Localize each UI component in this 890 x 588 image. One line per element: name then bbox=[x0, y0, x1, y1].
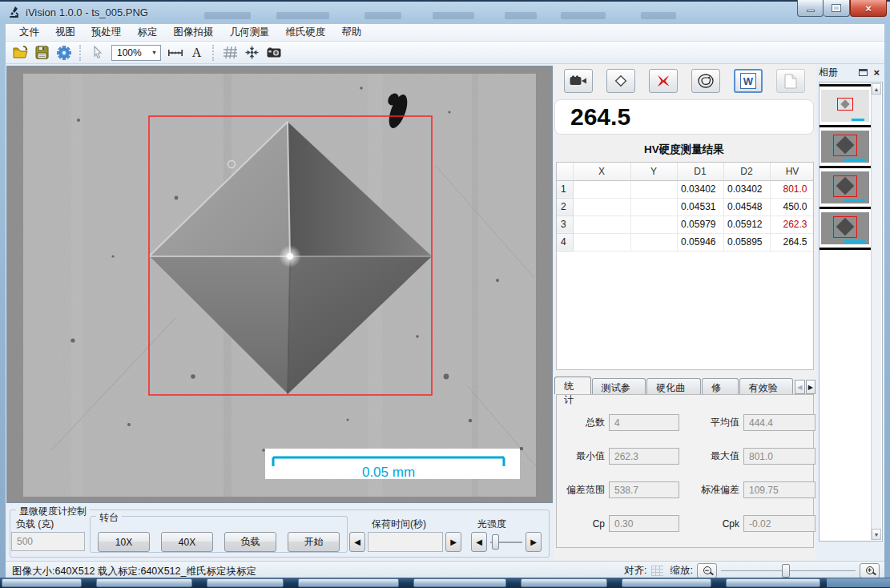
stat-value-input[interactable] bbox=[609, 448, 679, 465]
zoom-slider[interactable] bbox=[721, 563, 856, 578]
turret-button[interactable]: 开始 bbox=[288, 532, 340, 552]
tab-4[interactable]: 修正 bbox=[702, 378, 739, 394]
tab-5[interactable]: 有效验证 bbox=[739, 378, 794, 394]
turret-button[interactable]: 10X bbox=[98, 532, 150, 552]
table-row[interactable]: 30.059790.05912262.3 bbox=[557, 215, 814, 233]
table-row[interactable]: 20.045310.04548450.0 bbox=[557, 198, 814, 215]
results-table[interactable]: XYD1D2HV 10.034020.03402801.020.045310.0… bbox=[556, 162, 814, 370]
settings-gear-button[interactable] bbox=[53, 43, 75, 62]
taskbar-button[interactable] bbox=[96, 578, 192, 587]
column-header[interactable]: HV bbox=[770, 163, 814, 180]
toolbar-separator bbox=[79, 45, 82, 61]
indent-measure-button[interactable] bbox=[606, 69, 635, 93]
taskbar-button[interactable] bbox=[622, 578, 711, 587]
zoom-slider-handle[interactable] bbox=[782, 564, 790, 578]
scroll-down-icon[interactable]: ▼ bbox=[872, 529, 881, 540]
text-tool-button[interactable]: A bbox=[186, 43, 207, 62]
album-thumbnail[interactable] bbox=[820, 209, 871, 250]
maximize-button[interactable] bbox=[824, 0, 850, 17]
clear-all-button[interactable] bbox=[691, 69, 720, 93]
grid-toggle-button[interactable] bbox=[219, 43, 241, 62]
table-row[interactable]: 40.059460.05895264.5 bbox=[557, 233, 814, 251]
menu-item[interactable]: 几何测量 bbox=[223, 24, 277, 41]
image-viewport[interactable]: 0.05 mm bbox=[6, 66, 553, 503]
stat-value-input[interactable] bbox=[609, 515, 679, 532]
center-crosshair-button[interactable] bbox=[241, 43, 263, 62]
table-row[interactable]: 10.034020.03402801.0 bbox=[557, 180, 814, 198]
dwell-increase-button[interactable]: ▶ bbox=[445, 532, 461, 552]
menu-item[interactable]: 维氏硬度 bbox=[279, 24, 333, 41]
export-word-button[interactable]: W bbox=[734, 69, 763, 93]
capture-camera-button[interactable] bbox=[263, 43, 284, 62]
tab-scroll-right-button[interactable]: ▶ bbox=[806, 380, 815, 394]
control-group-title: 显微硬度计控制 bbox=[16, 505, 90, 518]
column-header[interactable]: Y bbox=[630, 163, 677, 180]
column-header[interactable]: X bbox=[573, 163, 630, 180]
background-window-ghost bbox=[433, 12, 474, 19]
tab-scroll-left-button[interactable]: ◀ bbox=[795, 380, 804, 394]
stat-value-input[interactable] bbox=[743, 448, 815, 465]
menu-item[interactable]: 预处理 bbox=[84, 24, 129, 41]
dwell-decrease-button[interactable]: ◀ bbox=[349, 532, 365, 552]
thumbnail-image bbox=[821, 212, 869, 244]
menu-item[interactable]: 帮助 bbox=[335, 24, 369, 41]
album-thumbnail[interactable] bbox=[820, 127, 871, 168]
menu-item[interactable]: 图像拍摄 bbox=[167, 24, 221, 41]
zoom-out-button[interactable]: − bbox=[697, 563, 717, 578]
save-button[interactable] bbox=[31, 43, 53, 62]
live-video-button[interactable] bbox=[564, 69, 593, 93]
column-header[interactable]: D2 bbox=[723, 163, 770, 180]
menu-item[interactable]: 标定 bbox=[131, 24, 165, 41]
taskbar-button[interactable] bbox=[207, 578, 284, 587]
light-decrease-button[interactable]: ◀ bbox=[471, 532, 487, 552]
minimize-button[interactable] bbox=[797, 0, 824, 17]
taskbar-button[interactable] bbox=[521, 578, 607, 587]
turret-button[interactable]: 负载 bbox=[224, 532, 276, 552]
float-panel-icon[interactable] bbox=[859, 69, 868, 76]
taskbar-button[interactable] bbox=[2, 578, 82, 587]
album-close-icon[interactable]: × bbox=[873, 67, 880, 78]
measure-tool-button[interactable] bbox=[164, 43, 186, 62]
light-slider-handle[interactable] bbox=[492, 534, 499, 550]
taskbar-active-segment[interactable] bbox=[827, 578, 890, 587]
stat-value-input[interactable] bbox=[743, 414, 815, 431]
new-report-button[interactable] bbox=[776, 69, 805, 93]
toolbar-separator bbox=[212, 45, 215, 61]
close-button[interactable]: × bbox=[850, 0, 887, 17]
delete-result-button[interactable] bbox=[649, 69, 678, 93]
title-bar[interactable]: iVision 1.0.0 - ts_005.PNG × bbox=[0, 2, 890, 24]
scroll-up-icon[interactable]: ▲ bbox=[872, 83, 881, 95]
cell-x bbox=[573, 233, 630, 251]
zoom-in-button[interactable]: + bbox=[860, 563, 880, 578]
background-window-ghost bbox=[641, 12, 676, 19]
light-slider[interactable] bbox=[489, 532, 524, 552]
tab-3[interactable]: 硬化曲线 bbox=[646, 378, 701, 394]
stat-value-input[interactable] bbox=[609, 481, 679, 498]
turret-button[interactable]: 40X bbox=[161, 532, 213, 552]
cell-x bbox=[573, 180, 630, 198]
stat-value-input[interactable] bbox=[743, 481, 815, 498]
cell-y bbox=[630, 198, 677, 215]
select-cursor-button[interactable] bbox=[87, 43, 108, 62]
zoom-level-select[interactable]: 100% ▼ bbox=[111, 45, 161, 61]
align-grid-icon[interactable] bbox=[651, 566, 663, 576]
light-increase-button[interactable]: ▶ bbox=[526, 532, 542, 552]
taskbar-button[interactable] bbox=[726, 578, 820, 587]
load-input[interactable] bbox=[11, 532, 85, 551]
album-scrollbar[interactable]: ▲ ▼ bbox=[871, 83, 881, 540]
dwell-input[interactable] bbox=[368, 532, 443, 552]
album-thumbnail[interactable] bbox=[820, 84, 871, 127]
open-file-button[interactable] bbox=[10, 43, 31, 62]
taskbar-button[interactable] bbox=[413, 578, 506, 587]
taskbar-button[interactable] bbox=[298, 578, 399, 587]
stat-value-input[interactable] bbox=[609, 414, 679, 431]
os-taskbar[interactable] bbox=[0, 578, 890, 588]
column-header[interactable]: D1 bbox=[677, 163, 723, 180]
background-window-ghost bbox=[204, 12, 251, 19]
album-thumbnail[interactable] bbox=[820, 168, 871, 209]
menu-item[interactable]: 文件 bbox=[12, 24, 46, 41]
menu-item[interactable]: 视图 bbox=[48, 24, 83, 41]
tab-2[interactable]: 测试参数 bbox=[592, 378, 646, 394]
stat-value-input[interactable] bbox=[743, 515, 815, 532]
tab-1[interactable]: 统计 bbox=[554, 377, 591, 394]
